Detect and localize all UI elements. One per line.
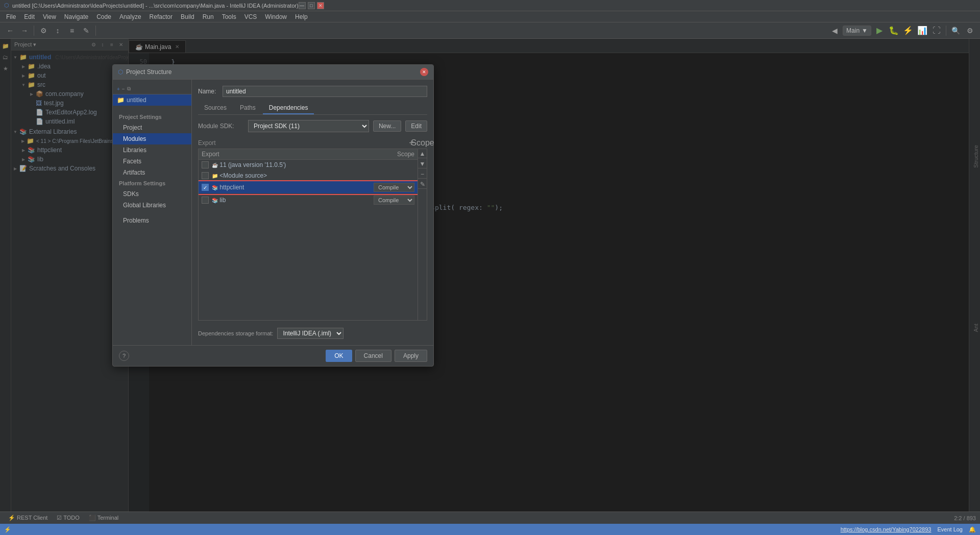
dep-table-wrapper: Export Scope ☕ 11 (java version '1 [198,149,427,321]
dialog-footer: ? OK Cancel Apply [113,345,433,366]
dialog-title-bar: ⬡ Project Structure ✕ [113,65,433,80]
event-log-label[interactable]: Event Log [937,526,963,532]
dialog-close-button[interactable]: ✕ [420,68,428,76]
dep-row-source[interactable]: 📁 <Module source> [199,171,418,181]
toolbar-btn-1[interactable]: ⚙ [37,25,50,37]
help-button[interactable]: ? [119,351,129,361]
dep-remove-btn[interactable]: − [418,169,427,179]
menu-analyze[interactable]: Analyze [115,12,145,21]
dep-scope-httpclient: Compile Runtime Test [369,183,414,192]
nav-facets[interactable]: Facets [113,156,191,167]
notifications-icon[interactable]: 🔔 [969,526,976,533]
dep-scope-select-httpclient[interactable]: Compile Runtime Test [374,183,414,192]
menu-build[interactable]: Build [177,12,199,21]
dep-scope-lib: Compile Runtime Test [369,196,414,205]
nav-global-libs[interactable]: Global Libraries [113,200,191,211]
menu-vcs[interactable]: VCS [240,12,261,21]
dep-scope-select-lib[interactable]: Compile Runtime Test [374,196,414,205]
coverage-button[interactable]: ⚡ [902,25,914,37]
tab-todo[interactable]: ☑ TODO [53,514,83,522]
run-button[interactable]: ▶ [873,25,886,37]
storage-select[interactable]: IntelliJ IDEA (.iml) [277,328,344,339]
nav-modules[interactable]: Modules [113,133,191,144]
ok-button[interactable]: OK [326,350,352,362]
dep-checkbox-httpclient[interactable] [202,184,209,191]
dep-label-lib: lib [219,197,226,204]
dep-name-source: 📁 <Module source> [212,172,369,179]
profile-button[interactable]: 📊 [916,25,928,37]
dialog-right-panel: Name: Sources Paths Dependencies Module … [192,80,433,345]
menu-file[interactable]: File [2,12,20,21]
menu-view[interactable]: View [39,12,60,21]
toolbar-separator-1 [34,26,34,36]
dep-row-sdk[interactable]: ☕ 11 (java version '11.0.5') [199,160,418,171]
dep-label-httpclient: httpclient [219,184,244,191]
dep-header-export: Export [202,151,232,158]
dep-scroll-down-btn[interactable]: ▼ [418,159,427,168]
cancel-button[interactable]: Cancel [355,350,391,362]
dep-scroll-up-btn[interactable]: ▲ [418,149,427,158]
footer-right: OK Cancel Apply [326,350,427,362]
remove-module-btn[interactable]: − [122,86,125,92]
tab-sources[interactable]: Sources [198,102,233,114]
debug-button[interactable]: 🐛 [888,25,900,37]
search-everywhere-btn[interactable]: 🔍 [949,25,962,37]
edit-sdk-button[interactable]: Edit [405,120,427,132]
nav-libraries[interactable]: Libraries [113,144,191,156]
menu-refactor[interactable]: Refactor [145,12,177,21]
dep-checkbox-lib[interactable] [202,197,209,204]
footer-left: ? [119,351,129,361]
dep-header-name [232,151,369,158]
platform-settings-header: Platform Settings [113,178,191,188]
menu-code[interactable]: Code [92,12,115,21]
tab-rest-client[interactable]: ⚡ REST Client [4,514,52,522]
dep-checkbox-sdk[interactable] [202,161,209,168]
settings-btn[interactable]: ⚙ [964,25,976,37]
dep-row-lib[interactable]: 📚 lib Compile Runtime Test [199,194,418,207]
menu-help[interactable]: Help [291,12,312,21]
dep-name-lib: 📚 lib [212,197,369,204]
status-url[interactable]: https://blog.csdn.net/Yabing7022893 [841,526,932,532]
nav-sdks[interactable]: SDKs [113,188,191,200]
sdk-select[interactable]: Project SDK (11) [248,120,369,132]
module-name-input[interactable] [223,86,427,97]
dialog-body: + − ⧉ 📁 untitled Project Settings Projec… [113,80,433,345]
dep-export-label: Export [198,139,216,147]
nav-project[interactable]: Project [113,122,191,133]
tab-terminal[interactable]: ⬛ Terminal [85,514,122,522]
tab-dependencies[interactable]: Dependencies [263,102,314,114]
dep-edit-btn[interactable]: ✎ [418,180,427,189]
status-bar: ⚡ https://blog.csdn.net/Yabing7022893 Ev… [0,524,980,535]
menu-navigate[interactable]: Navigate [60,12,92,21]
forward-button[interactable]: → [18,25,31,37]
nav-back-btn[interactable]: ◀ [828,25,841,37]
menu-tools[interactable]: Tools [218,12,240,21]
dep-row-httpclient[interactable]: 📚 httpclient Compile Runtime Test [199,181,418,194]
add-module-btn[interactable]: + [117,86,120,92]
run-configuration[interactable]: Main ▼ [843,26,871,36]
toolbar-btn-4[interactable]: ✎ [80,25,92,37]
bottom-tabs: ⚡ REST Client ☑ TODO ⬛ Terminal [4,514,122,522]
minimize-button[interactable]: — [299,2,306,9]
menu-edit[interactable]: Edit [20,12,39,21]
new-sdk-button[interactable]: New... [373,120,401,132]
stop-button[interactable]: ⛶ [930,25,943,37]
nav-problems[interactable]: Problems [113,215,191,226]
dep-checkbox-source[interactable] [202,172,209,179]
menu-window[interactable]: Window [261,12,291,21]
close-button[interactable]: ✕ [317,2,324,9]
back-button[interactable]: ← [4,25,16,37]
apply-button[interactable]: Apply [395,350,427,362]
menu-run[interactable]: Run [199,12,218,21]
toolbar-btn-3[interactable]: ≡ [66,25,78,37]
nav-artifacts[interactable]: Artifacts [113,167,191,178]
toolbar-btn-2[interactable]: ↕ [52,25,64,37]
dep-name-httpclient: 📚 httpclient [212,184,369,191]
module-tree-item-untitled[interactable]: 📁 untitled [113,94,191,106]
dep-scope-label: Scope [418,138,427,148]
copy-module-btn[interactable]: ⧉ [127,86,131,92]
line-col-indicator: 2:2 / 893 [954,515,976,521]
maximize-button[interactable]: □ [308,2,315,9]
tab-paths[interactable]: Paths [234,102,262,114]
lib-dep-icon: 📚 [212,198,218,203]
